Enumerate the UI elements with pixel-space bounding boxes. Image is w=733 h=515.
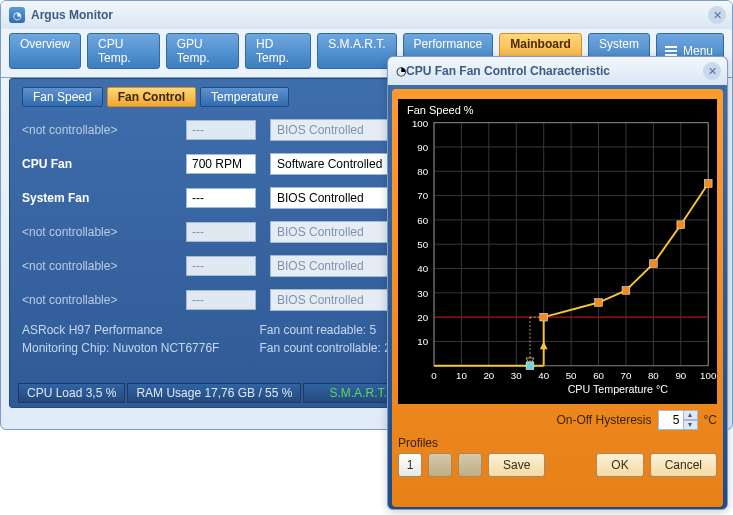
svg-text:10: 10 bbox=[417, 336, 428, 347]
svg-rect-54 bbox=[677, 221, 685, 229]
svg-text:10: 10 bbox=[456, 370, 467, 381]
svg-marker-46 bbox=[540, 341, 548, 349]
subtab-fan-speed[interactable]: Fan Speed bbox=[22, 87, 103, 107]
svg-text:60: 60 bbox=[417, 215, 428, 226]
dialog-icon: ◔ bbox=[396, 64, 406, 78]
status-cpu: CPU Load 3,5 % bbox=[18, 383, 125, 403]
fan-label: <not controllable> bbox=[22, 293, 172, 307]
app-icon: ◔ bbox=[9, 7, 25, 23]
svg-text:CPU Temperature °C: CPU Temperature °C bbox=[568, 383, 669, 395]
tab-s-m-a-r-t-[interactable]: S.M.A.R.T. bbox=[317, 33, 396, 69]
board-info: ASRock H97 Performance bbox=[22, 323, 219, 337]
svg-text:40: 40 bbox=[417, 263, 428, 274]
app-title: Argus Monitor bbox=[31, 8, 113, 22]
svg-text:100: 100 bbox=[700, 370, 716, 381]
svg-text:40: 40 bbox=[538, 370, 549, 381]
fan-rpm: --- bbox=[186, 188, 256, 208]
spinner-down-icon[interactable]: ▼ bbox=[684, 420, 698, 430]
chart-area[interactable]: Fan Speed % 1020304050607080901000102030… bbox=[398, 99, 717, 404]
svg-rect-56 bbox=[526, 362, 534, 370]
tab-hd-temp-[interactable]: HD Temp. bbox=[245, 33, 311, 69]
svg-text:100: 100 bbox=[412, 118, 429, 129]
svg-rect-53 bbox=[649, 260, 657, 268]
cancel-button[interactable]: Cancel bbox=[650, 453, 717, 477]
dialog-titlebar: ◔ CPU Fan Fan Control Characteristic ✕ bbox=[388, 57, 727, 85]
ok-button[interactable]: OK bbox=[596, 453, 643, 477]
svg-rect-55 bbox=[704, 180, 712, 188]
svg-text:20: 20 bbox=[417, 312, 428, 323]
svg-text:80: 80 bbox=[417, 166, 428, 177]
profiles-label: Profiles bbox=[398, 436, 717, 450]
hysteresis-spinner[interactable]: ▲ ▼ bbox=[658, 410, 698, 430]
svg-rect-51 bbox=[595, 299, 603, 307]
save-button[interactable]: Save bbox=[488, 453, 545, 477]
fan-label: CPU Fan bbox=[22, 157, 172, 171]
profile-3-button[interactable] bbox=[458, 453, 482, 477]
dialog-close-icon[interactable]: ✕ bbox=[703, 62, 721, 80]
tab-overview[interactable]: Overview bbox=[9, 33, 81, 69]
fan-curve-dialog: ◔ CPU Fan Fan Control Characteristic ✕ F… bbox=[387, 56, 728, 510]
profile-2-button[interactable] bbox=[428, 453, 452, 477]
svg-text:70: 70 bbox=[621, 370, 632, 381]
svg-rect-52 bbox=[622, 287, 630, 295]
hysteresis-row: On-Off Hysteresis ▲ ▼ °C bbox=[398, 410, 717, 430]
svg-text:50: 50 bbox=[417, 239, 428, 250]
chip-info: Monitoring Chip: Nuvoton NCT6776F bbox=[22, 341, 219, 355]
menu-icon bbox=[665, 46, 677, 56]
dialog-title: CPU Fan Fan Control Characteristic bbox=[406, 64, 610, 78]
svg-text:80: 80 bbox=[648, 370, 659, 381]
fan-readable: Fan count readable: 5 bbox=[259, 323, 390, 337]
titlebar: ◔ Argus Monitor ✕ bbox=[1, 1, 732, 29]
subtab-fan-control[interactable]: Fan Control bbox=[107, 87, 196, 107]
svg-text:20: 20 bbox=[483, 370, 494, 381]
fan-controllable: Fan count controllable: 2 bbox=[259, 341, 390, 355]
fan-rpm: --- bbox=[186, 256, 256, 276]
fan-label: <not controllable> bbox=[22, 225, 172, 239]
tab-cpu-temp-[interactable]: CPU Temp. bbox=[87, 33, 160, 69]
fan-rpm: 700 RPM bbox=[186, 154, 256, 174]
hysteresis-input[interactable] bbox=[658, 410, 684, 430]
svg-text:60: 60 bbox=[593, 370, 604, 381]
subtab-temperature[interactable]: Temperature bbox=[200, 87, 289, 107]
chart-svg: 1020304050607080901000102030405060708090… bbox=[399, 100, 716, 403]
fan-rpm: --- bbox=[186, 290, 256, 310]
dialog-button-row: 1 Save OK Cancel bbox=[398, 453, 717, 477]
svg-text:70: 70 bbox=[417, 190, 428, 201]
hysteresis-label: On-Off Hysteresis bbox=[556, 413, 651, 427]
svg-text:90: 90 bbox=[675, 370, 686, 381]
close-icon[interactable]: ✕ bbox=[708, 6, 726, 24]
svg-text:30: 30 bbox=[511, 370, 522, 381]
fan-label: <not controllable> bbox=[22, 259, 172, 273]
hysteresis-unit: °C bbox=[704, 413, 717, 427]
fan-label: System Fan bbox=[22, 191, 172, 205]
dialog-body: Fan Speed % 1020304050607080901000102030… bbox=[392, 89, 723, 507]
fan-label: <not controllable> bbox=[22, 123, 172, 137]
fan-rpm: --- bbox=[186, 120, 256, 140]
svg-text:30: 30 bbox=[417, 288, 428, 299]
fan-rpm: --- bbox=[186, 222, 256, 242]
status-ram: RAM Usage 17,76 GB / 55 % bbox=[127, 383, 301, 403]
svg-text:90: 90 bbox=[417, 142, 428, 153]
svg-text:0: 0 bbox=[431, 370, 437, 381]
spinner-up-icon[interactable]: ▲ bbox=[684, 410, 698, 420]
svg-rect-50 bbox=[540, 313, 548, 321]
profile-1-button[interactable]: 1 bbox=[398, 453, 422, 477]
tab-gpu-temp-[interactable]: GPU Temp. bbox=[166, 33, 239, 69]
svg-text:50: 50 bbox=[566, 370, 577, 381]
